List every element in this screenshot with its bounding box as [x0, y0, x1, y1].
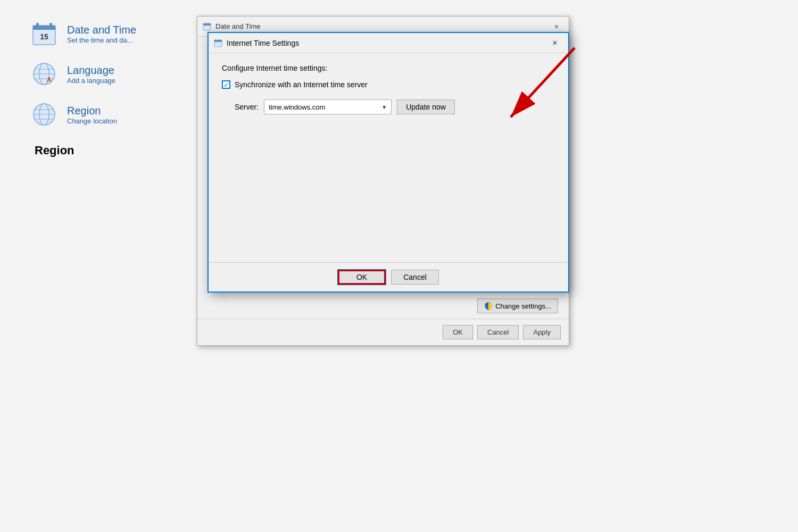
- language-icon: A: [32, 62, 57, 87]
- panel-item-region-text: Region Change location: [67, 105, 117, 125]
- svg-rect-17: [203, 23, 211, 26]
- its-content: Configure Internet time settings: ✓ Sync…: [209, 53, 568, 125]
- date-time-apply-button[interactable]: Apply: [523, 325, 561, 339]
- date-time-cancel-button[interactable]: Cancel: [477, 325, 519, 339]
- shield-icon: [484, 302, 493, 310]
- its-sync-label: Synchronize with an Internet time server: [235, 80, 368, 89]
- its-titlebar: Internet Time Settings ×: [209, 33, 568, 53]
- date-time-footer: OK Cancel Apply: [197, 319, 569, 345]
- date-time-icon-small: [203, 22, 211, 31]
- its-sync-row: ✓ Synchronize with an Internet time serv…: [222, 80, 555, 89]
- its-icon: [214, 39, 222, 47]
- its-ok-button[interactable]: OK: [338, 270, 386, 285]
- internet-time-settings-modal: Internet Time Settings × Configure Inter…: [207, 32, 569, 293]
- svg-text:A: A: [47, 76, 52, 84]
- region-icon: [32, 102, 57, 128]
- svg-text:15: 15: [40, 32, 48, 41]
- its-config-label: Configure Internet time settings:: [222, 64, 555, 72]
- its-footer: OK Cancel: [209, 262, 568, 292]
- dropdown-arrow-icon: ▼: [381, 104, 387, 110]
- svg-rect-2: [36, 23, 39, 28]
- change-settings-button[interactable]: Change settings...: [477, 298, 558, 313]
- date-time-ok-button[interactable]: OK: [443, 325, 473, 339]
- its-server-row: Server: time.windows.com ▼ Update now: [235, 99, 555, 114]
- its-update-now-button[interactable]: Update now: [397, 99, 455, 114]
- its-cancel-button[interactable]: Cancel: [391, 270, 439, 285]
- its-sync-checkbox[interactable]: ✓: [222, 80, 230, 89]
- panel-item-language-text: Language Add a language: [67, 64, 115, 85]
- its-server-label: Server:: [235, 103, 259, 111]
- its-close-button[interactable]: ×: [547, 36, 563, 50]
- date-time-close-button[interactable]: ×: [550, 20, 563, 34]
- its-title: Internet Time Settings: [214, 39, 299, 47]
- panel-item-datetime-text: Date and Time Set the time and da...: [67, 24, 136, 44]
- date-time-title: Date and Time: [203, 22, 261, 31]
- svg-rect-3: [49, 23, 52, 28]
- its-server-dropdown[interactable]: time.windows.com ▼: [264, 99, 392, 114]
- datetime-icon: 15: [32, 21, 57, 47]
- checkbox-check-icon: ✓: [223, 81, 229, 88]
- svg-rect-19: [214, 40, 222, 42]
